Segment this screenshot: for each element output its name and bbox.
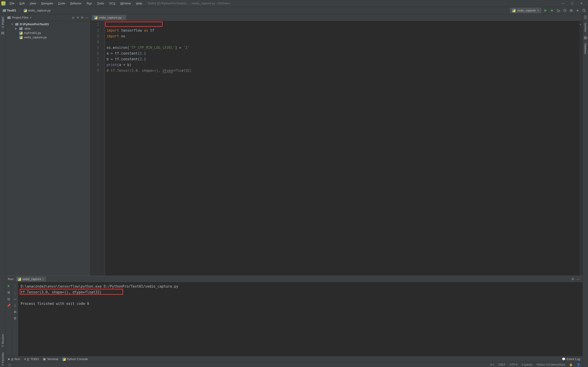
breadcrumb-separator: 〉 xyxy=(18,8,22,13)
console-line: Process finished with exit code 0 xyxy=(21,301,580,307)
pin-button[interactable]: 📌 xyxy=(7,303,10,307)
code-content[interactable]: import tensorflow as tf import os os.env… xyxy=(105,21,579,276)
line-number: 3 xyxy=(90,33,99,39)
python-file-icon xyxy=(62,358,66,361)
chevron-down-icon[interactable]: ▼ xyxy=(30,17,32,19)
status-encoding[interactable]: UTF-8 xyxy=(510,363,518,366)
editor-body[interactable]: 1 2 3 4 5 6 7 8 9 import tensorflow as t… xyxy=(90,21,582,276)
editor-tab-vediocapture[interactable]: vedio_capture.py × xyxy=(92,15,127,20)
status-caret-pos[interactable]: 9:1 xyxy=(490,363,494,366)
run-config-selector[interactable]: vedio_capture ▼ xyxy=(510,8,541,13)
tool-favorites-tab[interactable]: 2: Favorites xyxy=(1,351,5,367)
layout-button[interactable]: ▤ xyxy=(7,297,10,301)
down-button[interactable]: ↓ xyxy=(13,291,17,294)
tool-todo-tab[interactable]: ≡ 6: TODO xyxy=(24,357,39,361)
tool-terminal-tab[interactable]: ▣ Terminal xyxy=(43,357,58,361)
breadcrumb-project-label: Test01 xyxy=(7,9,16,12)
grid-icon[interactable] xyxy=(584,16,587,19)
breadcrumb-project[interactable]: Test01 xyxy=(2,8,17,13)
menu-navigate[interactable]: Navigate xyxy=(39,1,55,6)
close-tab-icon[interactable]: × xyxy=(123,16,124,19)
tree-folder-idea[interactable]: ▶ .idea xyxy=(6,26,90,31)
fold-gutter xyxy=(102,21,105,276)
menu-file[interactable]: File xyxy=(7,1,17,6)
menu-help[interactable]: Help xyxy=(134,1,145,6)
stop-button[interactable] xyxy=(576,8,580,13)
rerun-button[interactable] xyxy=(7,284,10,288)
menu-vcs[interactable]: VCS xyxy=(107,1,118,6)
menu-refactor[interactable]: Refactor xyxy=(68,1,84,6)
status-line-separator[interactable]: CRLF xyxy=(498,363,505,366)
locate-icon[interactable]: ◎ xyxy=(71,16,75,19)
up-button[interactable]: ↑ xyxy=(13,284,17,288)
run-console[interactable]: D:\anaconda3\envs\tensorflow\python.exe … xyxy=(18,282,582,356)
status-indent[interactable]: 4 spaces xyxy=(522,363,533,366)
tool-project-tab[interactable]: 1: Project xyxy=(1,16,5,29)
attach-button[interactable] xyxy=(569,8,573,13)
folder-icon xyxy=(7,16,10,19)
tree-folder-label: .idea xyxy=(24,27,30,30)
tool-run-tab[interactable]: 4: Run xyxy=(8,357,20,361)
run-button[interactable] xyxy=(544,8,548,13)
tool-database-tab[interactable]: Database xyxy=(584,42,587,56)
hide-icon[interactable]: — xyxy=(577,277,580,281)
lock-icon[interactable]: 🔒 xyxy=(569,363,573,366)
chevron-right-icon: ▶ xyxy=(15,27,18,30)
gear-icon[interactable]: ⚙ xyxy=(571,277,575,281)
tool-windows-icon[interactable]: ▢ xyxy=(8,363,11,367)
bottom-toolbar: 4: Run ≡ 6: TODO ▣ Terminal Python Conso… xyxy=(6,356,582,362)
event-log-tab[interactable]: 💬 Event Log xyxy=(562,357,580,361)
line-number-gutter: 1 2 3 4 5 6 7 8 9 xyxy=(90,21,102,276)
database-icon[interactable] xyxy=(584,36,587,39)
tool-sciview-tab[interactable]: SciView xyxy=(584,22,587,33)
tool-python-console-tab[interactable]: Python Console xyxy=(62,357,88,361)
expand-all-icon[interactable]: ⇆ xyxy=(76,16,79,19)
tree-root[interactable]: ▼ D:\PythonPro\Test01 xyxy=(6,22,90,26)
menu-code[interactable]: Code xyxy=(56,1,68,6)
run-label: Run: xyxy=(8,277,14,281)
console-line: tf.Tensor(3.0, shape=(), dtype=float32) xyxy=(21,290,580,295)
menu-window[interactable]: Window xyxy=(118,1,133,6)
inspection-ok-icon: ✔ xyxy=(579,23,582,26)
print-button[interactable]: 🖶 xyxy=(13,310,17,314)
tree-file-vediocapture[interactable]: vedio_capture.py xyxy=(6,35,90,40)
close-button[interactable]: ✕ xyxy=(578,2,584,5)
search-everywhere-button[interactable] xyxy=(582,8,586,13)
python-file-icon xyxy=(94,16,97,19)
line-number: 1 xyxy=(90,22,99,28)
gear-icon[interactable]: ⚙ xyxy=(81,16,84,19)
soft-wrap-button[interactable]: ⮐ xyxy=(13,297,17,301)
coverage-button[interactable] xyxy=(556,8,561,13)
run-tab-label: vedio_capture xyxy=(22,277,41,281)
hide-icon[interactable]: — xyxy=(85,16,88,19)
menu-run[interactable]: Run xyxy=(84,1,95,6)
app-icon xyxy=(1,1,6,6)
maximize-button[interactable]: ☐ xyxy=(569,2,575,5)
breadcrumb-file[interactable]: vedio_capture.py xyxy=(23,8,52,13)
debug-button[interactable] xyxy=(550,8,554,13)
highlight-box-code xyxy=(105,22,163,27)
status-interpreter[interactable]: Python 3.6 (tensorflow) xyxy=(537,363,565,366)
run-tab[interactable]: vedio_capture × xyxy=(16,277,46,282)
hector-icon[interactable]: 👤 xyxy=(577,363,580,366)
tool-structure-tab[interactable]: 7: Structure xyxy=(1,333,5,348)
close-tab-icon[interactable]: × xyxy=(43,278,44,281)
stop-button[interactable] xyxy=(7,291,10,294)
tree-root-label: D:\PythonPro\Test01 xyxy=(20,23,49,26)
folder-icon xyxy=(19,27,23,30)
menu-view[interactable]: View xyxy=(27,1,38,6)
profile-button[interactable] xyxy=(563,8,567,13)
minimize-button[interactable]: — xyxy=(560,2,566,5)
bookmark-icon[interactable] xyxy=(1,32,4,35)
run-config-label: vedio_capture xyxy=(517,9,536,12)
run-actions-left: ▤ 📌 xyxy=(6,282,12,356)
marker-strip: ✔ xyxy=(579,21,582,276)
scroll-to-end-button[interactable]: ⤓ xyxy=(13,303,17,307)
menu-edit[interactable]: Edit xyxy=(17,1,27,6)
folder-icon xyxy=(3,9,6,12)
editor-tabs: vedio_capture.py × xyxy=(90,14,582,21)
menu-tools[interactable]: Tools xyxy=(95,1,106,6)
clear-button[interactable]: 🗑 xyxy=(13,316,17,320)
tree-file-myfirst[interactable]: myFirst01.py xyxy=(6,31,90,35)
run-header: Run: vedio_capture × ⚙ — xyxy=(6,276,582,282)
